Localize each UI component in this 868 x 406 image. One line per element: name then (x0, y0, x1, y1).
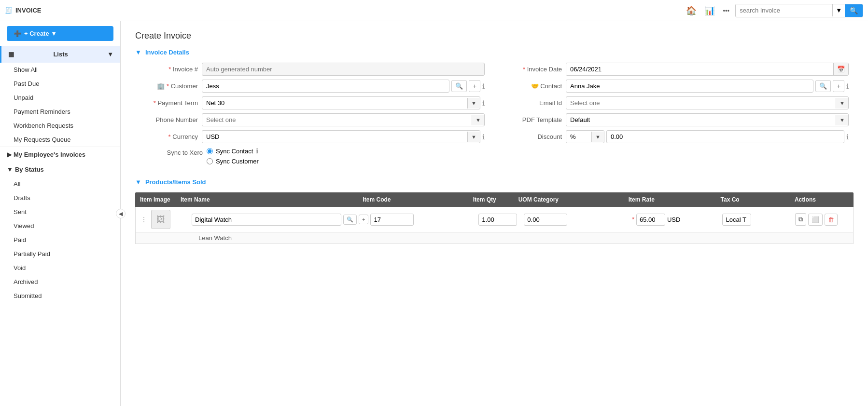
customer-info-icon[interactable]: ℹ (482, 82, 485, 90)
customer-row: 🏢 * Customer 🔍 + ℹ (140, 80, 485, 93)
sidebar-item-void[interactable]: Void (0, 261, 120, 275)
item-qty-input[interactable] (478, 214, 517, 226)
sidebar-item-all[interactable]: All (0, 177, 120, 191)
discount-type-input[interactable] (566, 131, 591, 143)
pdf-template-dropdown-button[interactable]: ▼ (836, 115, 848, 125)
my-employees-label: My Employee's Invoices (14, 151, 85, 158)
sync-customer-radio[interactable] (207, 158, 213, 164)
discount-label: Discount (504, 133, 562, 140)
create-button[interactable]: ➕ + Create ▼ (7, 26, 113, 41)
tax-input[interactable] (722, 214, 751, 226)
sidebar-item-submitted[interactable]: Submitted (0, 289, 120, 303)
currency-select-wrap: ▼ (202, 130, 480, 143)
invoice-date-input[interactable] (566, 63, 833, 75)
search-button[interactable]: 🔍 (845, 4, 863, 17)
topbar: 🧾 INVOICE 🏠 📊 ••• ▼ 🔍 (0, 0, 868, 21)
contact-add-button[interactable]: + (833, 80, 844, 92)
currency-info-icon[interactable]: ℹ (482, 133, 485, 141)
discount-amount-input[interactable] (606, 130, 844, 143)
sidebar-collapse-button[interactable]: ◀ (116, 209, 126, 218)
lists-label: Lists (53, 51, 68, 58)
phone-input[interactable] (202, 114, 472, 126)
search-dropdown-button[interactable]: ▼ (832, 4, 845, 16)
sidebar-item-archived[interactable]: Archived (0, 275, 120, 289)
customer-add-button[interactable]: + (469, 80, 480, 92)
sidebar-item-payment-reminders[interactable]: Payment Reminders (0, 105, 120, 119)
invoice-details-header[interactable]: ▼ Invoice Details (135, 49, 854, 56)
invoice-num-input[interactable] (202, 63, 485, 76)
payment-term-row: * Payment Term ▼ ℹ (140, 96, 485, 109)
email-input[interactable] (566, 97, 836, 109)
sync-contact-label: Sync Contact (216, 148, 253, 155)
sidebar-item-workbench-requests[interactable]: Workbench Requests (0, 119, 120, 133)
contact-search-button[interactable]: 🔍 (815, 80, 831, 92)
payment-term-select-wrap: ▼ (202, 96, 480, 109)
invoice-details-section: ▼ Invoice Details * Invoice # (135, 49, 854, 169)
item-search-button[interactable]: 🔍 (343, 215, 357, 225)
uom-category-input[interactable] (524, 214, 567, 226)
main-layout: ➕ + Create ▼ ▦ Lists ▼ Show All Past Due… (0, 21, 868, 406)
item-qty-cell (478, 214, 522, 226)
phone-control: ▼ (202, 113, 485, 126)
item-rate-cell: * USD (632, 214, 720, 226)
drag-handle-icon[interactable]: ⋮ (140, 216, 147, 223)
currency-dropdown-button[interactable]: ▼ (467, 132, 480, 142)
sidebar-item-sent[interactable]: Sent (0, 205, 120, 219)
discount-type-dropdown-button[interactable]: ▼ (591, 132, 604, 142)
currency-input[interactable] (202, 131, 467, 143)
item-code-input[interactable] (370, 214, 414, 226)
duplicate-button[interactable]: ⬜ (808, 214, 823, 226)
customer-icon: 🏢 (157, 82, 165, 90)
calendar-button[interactable]: 📅 (833, 63, 848, 75)
th-item-code: Item Code (363, 196, 471, 203)
sidebar-item-unpaid[interactable]: Unpaid (0, 91, 120, 105)
phone-dropdown-button[interactable]: ▼ (472, 115, 484, 125)
sidebar-item-paid[interactable]: Paid (0, 233, 120, 247)
item-add-button[interactable]: + (359, 215, 368, 224)
customer-input[interactable] (202, 80, 449, 93)
delete-button[interactable]: 🗑 (825, 214, 838, 226)
pdf-template-input[interactable] (566, 114, 836, 126)
contact-info-icon[interactable]: ℹ (846, 82, 849, 90)
item-rate-input[interactable] (636, 214, 665, 226)
my-employees-invoices-header[interactable]: ▶ My Employee's Invoices (0, 147, 120, 162)
customer-search-button[interactable]: 🔍 (451, 80, 467, 92)
contact-icon: 🤝 (531, 82, 539, 90)
th-item-rate: Item Rate (629, 196, 719, 203)
sidebar-lists-header[interactable]: ▦ Lists ▼ (0, 46, 120, 63)
search-input[interactable] (736, 4, 832, 16)
phone-label: Phone Number (140, 116, 198, 123)
home-button[interactable]: 🏠 (684, 3, 699, 18)
th-tax-code: Tax Co (721, 196, 793, 203)
payment-term-info-icon[interactable]: ℹ (482, 99, 485, 107)
email-control: ▼ (566, 96, 849, 109)
by-status-header[interactable]: ▼ By Status (0, 162, 120, 177)
sidebar-item-viewed[interactable]: Viewed (0, 219, 120, 233)
discount-info-icon[interactable]: ℹ (846, 133, 849, 141)
sidebar-item-drafts[interactable]: Drafts (0, 191, 120, 205)
products-header[interactable]: ▼ Products/Items Sold (135, 178, 854, 186)
payment-term-dropdown-button[interactable]: ▼ (467, 98, 480, 108)
payment-term-label: * Payment Term (140, 99, 198, 107)
products-section: ▼ Products/Items Sold Item Image Item Na… (135, 178, 854, 244)
sync-contact-radio[interactable] (207, 148, 213, 154)
date-input-wrap: 📅 (566, 63, 849, 76)
pdf-template-label: PDF Template (504, 116, 562, 123)
chart-button[interactable]: 📊 (702, 3, 717, 18)
copy-button[interactable]: ⧉ (795, 213, 806, 226)
sidebar-item-partially-paid[interactable]: Partially Paid (0, 247, 120, 261)
sidebar-item-my-requests-queue[interactable]: My Requests Queue (0, 133, 120, 147)
sidebar-item-show-all[interactable]: Show All (0, 63, 120, 77)
email-dropdown-button[interactable]: ▼ (836, 98, 848, 108)
more-button[interactable]: ••• (721, 3, 731, 17)
th-item-qty: Item Qty (473, 196, 517, 203)
sync-info-icon[interactable]: ℹ (256, 147, 258, 155)
item-name-input[interactable] (192, 214, 341, 226)
contact-row: 🤝 Contact 🔍 + ℹ (504, 80, 849, 93)
chevron-down-icon: ▼ (135, 178, 141, 186)
sidebar-item-past-due[interactable]: Past Due (0, 77, 120, 91)
payment-term-input[interactable] (202, 97, 467, 109)
payment-term-control: ▼ ℹ (202, 96, 485, 109)
contact-input[interactable] (566, 80, 813, 93)
discount-type-wrap: ▼ (566, 130, 604, 143)
